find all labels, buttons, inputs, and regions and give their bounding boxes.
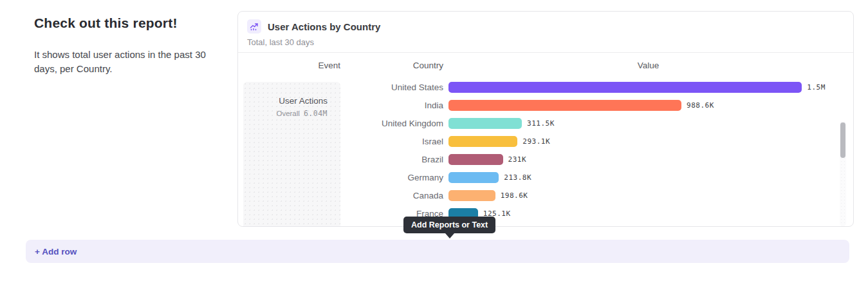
report-card[interactable]: User Actions by Country Total, last 30 d… (237, 11, 854, 227)
add-reports-tooltip: Add Reports or Text (403, 217, 495, 233)
event-overall: Overall6.04M (243, 109, 328, 118)
column-header-event: Event (238, 61, 340, 70)
text-widget-body: It shows total user actions in the past … (34, 48, 208, 76)
bar-zone: 198.6K (443, 190, 839, 201)
bar-zone: 125.1K (443, 208, 839, 219)
bar[interactable] (448, 190, 495, 201)
bar[interactable] (448, 118, 522, 129)
bar-row: India988.6K (340, 96, 839, 114)
bar[interactable] (448, 136, 517, 147)
country-label: Canada (340, 191, 443, 200)
text-widget-title: Check out this report! (34, 15, 208, 31)
bar-zone: 231K (443, 154, 839, 165)
line-chart-icon (247, 19, 261, 34)
country-label: Israel (340, 137, 443, 146)
event-panel[interactable]: User Actions Overall6.04M (243, 82, 340, 227)
bar-value: 213.8K (504, 173, 531, 182)
bar-value: 293.1K (522, 137, 550, 146)
bar-row: Brazil231K (340, 150, 839, 168)
tooltip-arrow (445, 233, 454, 238)
column-header-value: Value (443, 61, 853, 70)
bar[interactable] (448, 154, 503, 165)
add-reports-tooltip-label: Add Reports or Text (411, 220, 488, 229)
bar-zone: 988.6K (443, 100, 839, 111)
report-card-header: User Actions by Country Total, last 30 d… (238, 12, 853, 53)
report-title: User Actions by Country (268, 21, 380, 32)
bar-zone: 293.1K (443, 136, 839, 147)
country-label: United Kingdom (340, 119, 443, 128)
chart-body: User Actions Overall6.04M United States1… (238, 78, 853, 227)
add-row-button[interactable]: + Add row (26, 240, 849, 263)
bar-value: 1.5M (807, 83, 826, 92)
bar[interactable] (448, 100, 681, 111)
chart-scrollbar-thumb[interactable] (840, 122, 845, 158)
bar-zone: 1.5M (443, 82, 839, 93)
column-header-country: Country (340, 61, 443, 70)
country-label: India (340, 101, 443, 110)
country-label: United States (340, 82, 443, 92)
bar-value: 231K (508, 155, 527, 164)
bar-rows: United States1.5MIndia988.6KUnited Kingd… (340, 78, 839, 222)
bar-value: 198.6K (501, 191, 528, 200)
bar[interactable] (448, 82, 802, 93)
bar-row: Israel293.1K (340, 132, 839, 150)
bar-row: United Kingdom311.5K (340, 114, 839, 132)
bar-row: Canada198.6K (340, 186, 839, 204)
country-label: Brazil (340, 155, 443, 164)
bar-row: Germany213.8K (340, 168, 839, 186)
report-subtitle: Total, last 30 days (247, 37, 844, 47)
bar[interactable] (448, 172, 499, 183)
bar-value: 311.5K (527, 119, 555, 128)
event-overall-label: Overall (276, 110, 299, 117)
event-overall-value: 6.04M (304, 109, 328, 118)
chart-column-headers: Event Country Value (238, 53, 853, 78)
event-name: User Actions (243, 96, 328, 106)
bar-value: 988.6K (687, 101, 714, 110)
chart-scrollbar[interactable] (840, 121, 846, 226)
bar-zone: 311.5K (443, 118, 839, 129)
country-label: Germany (340, 173, 443, 182)
bar-row: United States1.5M (340, 78, 839, 96)
bar-zone: 213.8K (443, 172, 839, 183)
text-widget[interactable]: Check out this report! It shows total us… (34, 15, 208, 76)
